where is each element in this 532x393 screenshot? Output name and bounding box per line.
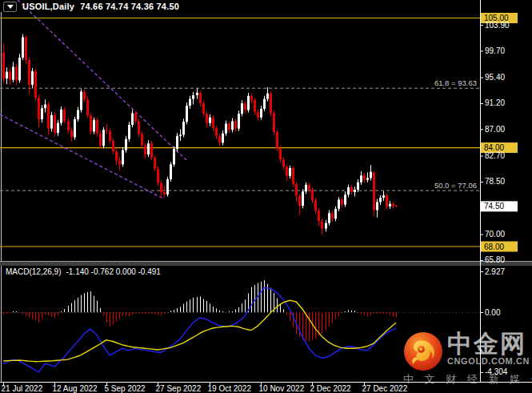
indicator-tick-label: 2.927 bbox=[485, 267, 505, 276]
indicator-label: MACD(12,26,9) -1.140 -0.762 0.000 -0.491 bbox=[6, 267, 161, 276]
ohlc-values: 74.66 74.74 74.36 74.50 bbox=[80, 2, 179, 11]
time-tick-label: 27 Sep 2022 bbox=[156, 384, 202, 393]
price-tick-label: 82.70 bbox=[485, 151, 505, 160]
trading-chart-window: USOIL,Daily 74.66 74.74 74.36 74.50 MACD… bbox=[0, 0, 532, 393]
price-tick-label: 95.40 bbox=[485, 73, 505, 82]
price-tick-label: 78.50 bbox=[485, 177, 505, 186]
fibonacci-label: 50.0 = 77.06 bbox=[434, 181, 477, 190]
indicator-values: -1.140 -0.762 0.000 -0.491 bbox=[66, 267, 160, 276]
price-tick-label: 99.70 bbox=[485, 46, 505, 55]
indicator-tick-label: -4.304 bbox=[485, 367, 508, 376]
price-tick-label: 91.20 bbox=[485, 98, 505, 107]
price-tick-label: 87.00 bbox=[485, 125, 505, 134]
price-axis[interactable]: 105.00103.9099.7095.4091.2087.0084.0082.… bbox=[480, 13, 518, 264]
indicator-tick-label: 0.00 bbox=[485, 308, 501, 317]
time-axis[interactable]: 21 Jul 202212 Aug 20225 Sep 202227 Sep 2… bbox=[2, 382, 408, 393]
time-tick-label: 27 Dec 2022 bbox=[362, 384, 408, 393]
time-tick-label: 21 Jul 2022 bbox=[2, 384, 43, 393]
price-tick-label: 103.90 bbox=[485, 21, 510, 30]
price-tick-label: 70.00 bbox=[485, 230, 505, 239]
fibonacci-label: 61.8 = 93.63 bbox=[434, 78, 477, 87]
indicator-axis[interactable]: 2.9270.00-4.304 bbox=[480, 267, 508, 377]
chevron-down-icon bbox=[7, 5, 14, 9]
symbol-timeframe-label: USOIL,Daily bbox=[22, 2, 74, 11]
indicator-name: MACD(12,26,9) bbox=[6, 267, 61, 276]
time-tick-label: 5 Sep 2022 bbox=[105, 384, 146, 393]
symbol-dropdown-button[interactable] bbox=[3, 2, 17, 12]
time-tick-label: 2 Dec 2022 bbox=[310, 384, 352, 393]
price-badge-label: 74.50 bbox=[484, 202, 504, 211]
axis-layer[interactable]: 61.8 = 93.6350.0 = 77.06105.00103.9099.7… bbox=[0, 0, 532, 393]
chart-title-bar: USOIL,Daily 74.66 74.74 74.36 74.50 bbox=[3, 1, 179, 12]
time-tick-label: 12 Aug 2022 bbox=[53, 384, 98, 393]
price-badge-label: 68.00 bbox=[484, 243, 504, 251]
price-tick-label: 65.80 bbox=[485, 255, 505, 264]
time-tick-label: 10 Nov 2022 bbox=[259, 384, 305, 393]
time-tick-label: 19 Oct 2022 bbox=[208, 384, 252, 393]
